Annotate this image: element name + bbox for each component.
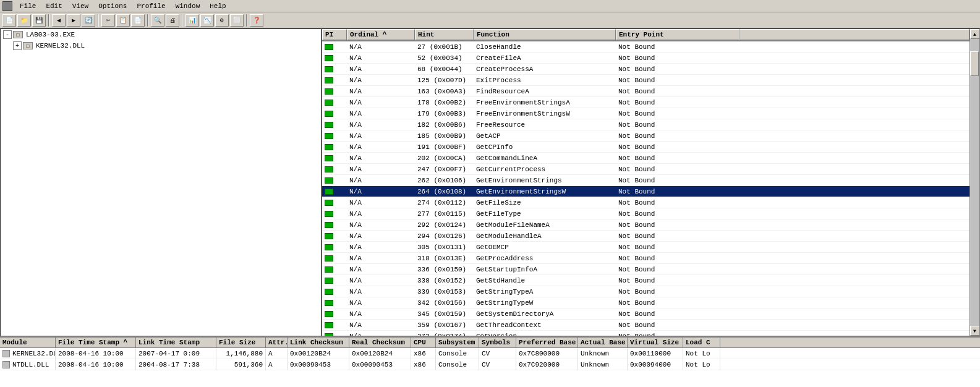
bottom-table-row[interactable]: NTDLL.DLL2008-04-16 10:002004-08-17 7:38… bbox=[0, 359, 980, 370]
toolbar-view[interactable]: ⬜ bbox=[230, 14, 244, 27]
table-row[interactable]: N/A318 (0x013E)GetProcAddressNot Bound bbox=[322, 253, 969, 264]
table-row[interactable]: N/A191 (0x00BF)GetCPInfoNot Bound bbox=[322, 142, 969, 153]
table-row[interactable]: N/A264 (0x0108)GetEnvironmentStringsWNot… bbox=[322, 186, 969, 197]
table-row[interactable]: N/A27 (0x001B)CloseHandleNot Bound bbox=[322, 41, 969, 53]
toolbar-paste[interactable]: 📄 bbox=[131, 14, 145, 27]
cell-pi bbox=[322, 331, 347, 336]
table-row[interactable]: N/A305 (0x0131)GetOEMCPNot Bound bbox=[322, 242, 969, 253]
bottom-col-virtual-size[interactable]: Virtual Size bbox=[628, 338, 683, 347]
table-body[interactable]: N/A27 (0x001B)CloseHandleNot BoundN/A52 … bbox=[322, 41, 969, 336]
bottom-col-symbols[interactable]: Symbols bbox=[479, 338, 516, 347]
toolbar-print[interactable]: 🖨 bbox=[166, 14, 179, 27]
toolbar-new[interactable]: 📄 bbox=[2, 14, 16, 27]
table-row[interactable]: N/A182 (0x00B6)FreeResourceNot Bound bbox=[322, 119, 969, 130]
table-row[interactable]: N/A336 (0x0150)GetStartupInfoANot Bound bbox=[322, 264, 969, 275]
table-row[interactable]: N/A345 (0x0159)GetSystemDirectoryANot Bo… bbox=[322, 308, 969, 320]
col-header-hint[interactable]: Hint bbox=[415, 29, 474, 40]
scroll-thumb[interactable] bbox=[970, 51, 979, 76]
table-row[interactable]: N/A338 (0x0152)GetStdHandleNot Bound bbox=[322, 275, 969, 286]
cell-pi bbox=[322, 86, 347, 97]
toolbar-chart[interactable]: 📊 bbox=[185, 14, 199, 27]
menu-file[interactable]: File bbox=[17, 2, 38, 10]
table-row[interactable]: N/A359 (0x0167)GetThreadContextNot Bound bbox=[322, 320, 969, 331]
col-header-ordinal[interactable]: Ordinal ^ bbox=[347, 29, 415, 40]
menu-view[interactable]: View bbox=[70, 2, 91, 10]
bottom-col-subsystem[interactable]: Subsystem bbox=[436, 338, 479, 347]
table-row[interactable]: N/A274 (0x0112)GetFileSizeNot Bound bbox=[322, 197, 969, 208]
right-scrollbar[interactable]: ▲ ▼ bbox=[969, 29, 979, 336]
table-row[interactable]: N/A68 (0x0044)CreateProcessANot Bound bbox=[322, 64, 969, 75]
toolbar-settings[interactable]: ⚙ bbox=[215, 14, 229, 27]
toolbar-save[interactable]: 💾 bbox=[32, 14, 46, 27]
table-row[interactable]: N/A52 (0x0034)CreateFileANot Bound bbox=[322, 53, 969, 64]
pi-indicator bbox=[325, 266, 333, 273]
toolbar-copy[interactable]: 📋 bbox=[116, 14, 130, 27]
cell-entry: Not Bound bbox=[616, 186, 739, 197]
cell-function: GetOEMCP bbox=[474, 242, 616, 253]
tree-expand-kernel32[interactable]: + bbox=[13, 41, 22, 50]
scroll-track[interactable] bbox=[970, 39, 980, 326]
table-row[interactable]: N/A372 (0x0174)GetVersionNot Bound bbox=[322, 331, 969, 336]
bottom-col-module[interactable]: Module bbox=[0, 338, 56, 347]
table-row[interactable]: N/A292 (0x0124)GetModuleFileNameANot Bou… bbox=[322, 219, 969, 231]
table-row[interactable]: N/A342 (0x0156)GetStringTypeWNot Bound bbox=[322, 297, 969, 308]
bottom-col-file-time[interactable]: File Time Stamp ^ bbox=[56, 338, 136, 347]
bottom-col-real-checksum[interactable]: Real Checksum bbox=[349, 338, 411, 347]
bottom-col-load-c[interactable]: Load C bbox=[683, 338, 720, 347]
toolbar-find[interactable]: 🔍 bbox=[151, 14, 164, 27]
table-row[interactable]: N/A339 (0x0153)GetStringTypeANot Bound bbox=[322, 286, 969, 297]
cell-hint: 163 (0x00A3) bbox=[415, 86, 474, 97]
toolbar-open[interactable]: 📁 bbox=[17, 14, 31, 27]
bottom-table-row[interactable]: KERNEL32.DLL2008-04-16 10:002007-04-17 0… bbox=[0, 348, 980, 359]
table-row[interactable]: N/A262 (0x0106)GetEnvironmentStringsNot … bbox=[322, 175, 969, 186]
table-row[interactable]: N/A163 (0x00A3)FindResourceANot Bound bbox=[322, 86, 969, 97]
bottom-col-link-time[interactable]: Link Time Stamp bbox=[136, 338, 216, 347]
cell-attr: A bbox=[266, 359, 288, 370]
scroll-down-btn[interactable]: ▼ bbox=[970, 326, 980, 336]
cell-extra bbox=[739, 253, 969, 264]
tree-item-lab03[interactable]: - □ LAB03-03.EXE bbox=[1, 29, 321, 40]
scroll-up-btn[interactable]: ▲ bbox=[970, 29, 980, 39]
col-header-function[interactable]: Function bbox=[474, 29, 616, 40]
toolbar-back[interactable]: ◀ bbox=[52, 14, 66, 27]
table-row[interactable]: N/A125 (0x007D)ExitProcessNot Bound bbox=[322, 75, 969, 86]
cell-extra bbox=[739, 331, 969, 336]
table-row[interactable]: N/A202 (0x00CA)GetCommandLineANot Bound bbox=[322, 153, 969, 164]
bottom-col-attr[interactable]: Attr. bbox=[266, 338, 288, 347]
bottom-col-cpu[interactable]: CPU bbox=[411, 338, 436, 347]
tree-item-kernel32[interactable]: + □ KERNEL32.DLL bbox=[1, 40, 321, 51]
bottom-col-file-size[interactable]: File Size bbox=[216, 338, 266, 347]
toolbar-fwd[interactable]: ▶ bbox=[67, 14, 80, 27]
bottom-col-pref-base[interactable]: Preferred Base bbox=[516, 338, 578, 347]
table-row[interactable]: N/A178 (0x00B2)FreeEnvironmentStringsANo… bbox=[322, 97, 969, 108]
table-row[interactable]: N/A277 (0x0115)GetFileTypeNot Bound bbox=[322, 208, 969, 219]
tree-expand-lab03[interactable]: - bbox=[3, 30, 12, 39]
col-header-pi[interactable]: PI bbox=[322, 29, 347, 40]
pi-indicator bbox=[325, 122, 333, 128]
col-header-entry[interactable]: Entry Point bbox=[616, 29, 739, 40]
cell-ordinal: N/A bbox=[347, 86, 415, 97]
menu-window[interactable]: Window bbox=[173, 2, 203, 10]
toolbar-cut[interactable]: ✂ bbox=[101, 14, 115, 27]
cell-ordinal: N/A bbox=[347, 53, 415, 64]
module-icon bbox=[2, 350, 10, 357]
cell-extra bbox=[739, 186, 969, 197]
cell-ordinal: N/A bbox=[347, 142, 415, 153]
toolbar-graph[interactable]: 📉 bbox=[200, 14, 214, 27]
toolbar-refresh[interactable]: 🔄 bbox=[82, 14, 95, 27]
bottom-col-link-checksum[interactable]: Link Checksum bbox=[288, 338, 349, 347]
cell-cpu: x86 bbox=[411, 359, 436, 370]
table-row[interactable]: N/A294 (0x0126)GetModuleHandleANot Bound bbox=[322, 231, 969, 242]
menu-edit[interactable]: Edit bbox=[43, 2, 64, 10]
table-row[interactable]: N/A179 (0x00B3)FreeEnvironmentStringsWNo… bbox=[322, 108, 969, 119]
menu-help[interactable]: Help bbox=[207, 2, 228, 10]
cell-entry: Not Bound bbox=[616, 275, 739, 286]
left-tree-panel[interactable]: - □ LAB03-03.EXE + □ KERNEL32.DLL bbox=[0, 28, 322, 336]
toolbar-help[interactable]: ❓ bbox=[250, 14, 263, 27]
table-row[interactable]: N/A247 (0x00F7)GetCurrentProcessNot Boun… bbox=[322, 164, 969, 175]
menu-options[interactable]: Options bbox=[96, 2, 129, 10]
bottom-col-actual-base[interactable]: Actual Base bbox=[578, 338, 628, 347]
menu-profile[interactable]: Profile bbox=[134, 2, 168, 10]
table-row[interactable]: N/A185 (0x00B9)GetACPNot Bound bbox=[322, 130, 969, 142]
cell-hint: 264 (0x0108) bbox=[415, 186, 474, 197]
